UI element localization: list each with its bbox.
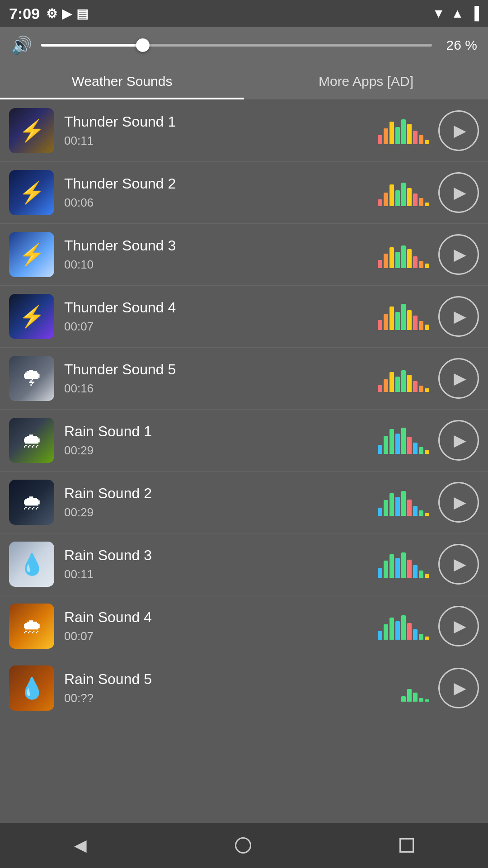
- eq-bar: [425, 325, 429, 330]
- sound-name: Thunder Sound 4: [64, 299, 378, 316]
- eq-bar: [384, 128, 388, 144]
- eq-bar: [401, 428, 406, 454]
- sound-info: Rain Sound 1 00:29: [64, 423, 378, 458]
- tab-weather-sounds[interactable]: Weather Sounds: [0, 63, 244, 99]
- eq-bar: [425, 203, 429, 206]
- sound-duration: 00:07: [64, 629, 378, 643]
- sound-info: Rain Sound 3 00:11: [64, 547, 378, 581]
- play-button[interactable]: ▶: [438, 544, 479, 585]
- eq-bar: [395, 621, 400, 640]
- eq-bar: [384, 314, 388, 330]
- eq-bar: [419, 386, 423, 392]
- eq-bar: [425, 450, 429, 454]
- play-button[interactable]: ▶: [438, 420, 479, 461]
- eq-bar: [419, 135, 423, 144]
- eq-bar: [395, 558, 400, 578]
- eq-bar: [407, 249, 412, 268]
- volume-slider-fill: [41, 44, 143, 47]
- sound-thumbnail: ⚡: [9, 232, 54, 277]
- eq-bar: [419, 698, 423, 702]
- eq-bar: [395, 190, 400, 206]
- recent-button[interactable]: [399, 838, 414, 853]
- tabs: Weather Sounds More Apps [AD]: [0, 63, 488, 100]
- eq-bar: [389, 372, 394, 392]
- sound-name: Thunder Sound 1: [64, 113, 378, 130]
- play-button[interactable]: ▶: [438, 296, 479, 337]
- list-item: ⚡ Thunder Sound 4 00:07 ▶: [0, 286, 488, 348]
- sound-info: Rain Sound 5 00:??: [64, 671, 401, 705]
- sound-name: Rain Sound 3: [64, 547, 378, 564]
- eq-bar: [413, 565, 418, 578]
- eq-bar: [425, 637, 429, 640]
- play-button[interactable]: ▶: [438, 668, 479, 708]
- sound-thumbnail: 🌧: [9, 604, 54, 649]
- eq-bars: [378, 613, 429, 640]
- play-button[interactable]: ▶: [438, 606, 479, 646]
- eq-bar: [407, 560, 412, 578]
- sound-thumbnail: ⚡: [9, 170, 54, 215]
- eq-bars: [378, 427, 429, 454]
- sound-thumbnail: ⚡: [9, 294, 54, 339]
- eq-bar: [384, 436, 388, 454]
- play-button[interactable]: ▶: [438, 110, 479, 151]
- eq-bar: [425, 574, 429, 578]
- eq-bar: [401, 245, 406, 268]
- volume-slider-thumb[interactable]: [136, 38, 150, 52]
- play-status-icon: ▶: [62, 6, 72, 21]
- eq-bar: [378, 260, 382, 268]
- play-icon: ▶: [454, 121, 466, 140]
- eq-bar: [401, 119, 406, 144]
- eq-bar: [395, 434, 400, 454]
- eq-bar: [407, 188, 412, 206]
- battery-icon: ▐: [470, 6, 479, 21]
- eq-bar: [407, 310, 412, 330]
- list-item: ⚡ Thunder Sound 1 00:11 ▶: [0, 100, 488, 162]
- volume-bar: 🔊 26 %: [0, 27, 488, 63]
- eq-bar: [425, 699, 429, 702]
- tab-more-apps[interactable]: More Apps [AD]: [244, 63, 488, 99]
- play-button[interactable]: ▶: [438, 358, 479, 399]
- eq-bar: [378, 135, 382, 144]
- play-button[interactable]: ▶: [438, 172, 479, 213]
- eq-bar: [413, 381, 418, 392]
- sound-name: Thunder Sound 3: [64, 237, 378, 254]
- sound-info: Thunder Sound 2 00:06: [64, 175, 378, 210]
- eq-bar: [407, 437, 412, 454]
- eq-bar: [425, 140, 429, 144]
- volume-slider[interactable]: [41, 44, 432, 47]
- list-item: ⚡ Thunder Sound 3 00:10 ▶: [0, 224, 488, 286]
- play-icon: ▶: [454, 183, 466, 202]
- sound-info: Thunder Sound 4 00:07: [64, 299, 378, 334]
- eq-bar: [384, 193, 388, 206]
- eq-bars: [378, 179, 429, 206]
- eq-bar: [389, 122, 394, 144]
- sound-name: Rain Sound 2: [64, 485, 378, 502]
- sound-duration: 00:07: [64, 320, 378, 334]
- eq-bar: [413, 693, 418, 702]
- eq-bar: [389, 247, 394, 268]
- eq-bars: [378, 551, 429, 578]
- eq-bar: [407, 500, 412, 516]
- eq-bar: [384, 500, 388, 516]
- list-item: ⚡ Thunder Sound 2 00:06 ▶: [0, 162, 488, 224]
- sound-thumbnail: 🌧: [9, 418, 54, 463]
- play-icon: ▶: [454, 369, 466, 388]
- play-icon: ▶: [454, 493, 466, 512]
- eq-bar: [401, 370, 406, 392]
- eq-bar: [378, 320, 382, 330]
- sound-name: Thunder Sound 2: [64, 175, 378, 192]
- back-button[interactable]: ◀: [74, 836, 87, 855]
- play-button[interactable]: ▶: [438, 234, 479, 275]
- eq-bar: [384, 561, 388, 578]
- eq-bar: [413, 193, 418, 206]
- status-bar: 7:09 ⚙ ▶ ▤ ▼ ▲ ▐: [0, 0, 488, 27]
- sim-icon: ▤: [76, 6, 88, 21]
- eq-bars: [378, 117, 429, 144]
- sound-thumbnail: 💧: [9, 665, 54, 711]
- sound-name: Rain Sound 4: [64, 609, 378, 626]
- eq-bar: [378, 199, 382, 206]
- sound-duration: 00:10: [64, 258, 378, 272]
- eq-bars: [378, 489, 429, 516]
- home-button[interactable]: [235, 837, 251, 854]
- play-button[interactable]: ▶: [438, 482, 479, 523]
